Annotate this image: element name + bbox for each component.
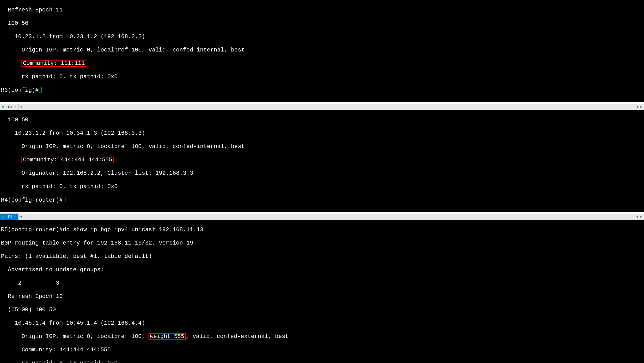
output-line: Origin IGP, metric 0, localpref 100, wei…	[1, 333, 643, 340]
prompt-text: R4(config-router)#	[1, 197, 63, 203]
community-highlight-box: Community: 444:444 444:555	[22, 156, 114, 163]
output-line: R5(config-router)#do show ip bgp ipv4 un…	[1, 226, 643, 233]
output-line: BGP routing table entry for 192.168.11.1…	[1, 240, 643, 246]
terminal-pane-r5[interactable]: R5(config-router)#do show ip bgp ipv4 un…	[0, 220, 644, 363]
output-line: rx pathid: 0, tx pathid: 0x0	[1, 74, 643, 80]
output-line: 10.45.1.4 from 10.45.1.4 (192.168.4.4)	[1, 320, 643, 326]
scroll-right-icon[interactable]: ►	[640, 104, 642, 110]
output-line: 100 50	[1, 116, 643, 123]
status-dot-icon	[2, 106, 4, 108]
output-line: Paths: (1 available, best #1, table defa…	[1, 253, 643, 260]
output-line: (65100) 100 50	[1, 306, 643, 313]
output-line: Community: 111:111	[1, 60, 643, 67]
new-tab-button[interactable]: +	[18, 104, 24, 110]
close-icon[interactable]: ×	[14, 104, 17, 110]
prompt-text: R3(config)#	[1, 87, 38, 94]
output-line: Advertised to update-groups:	[1, 266, 643, 273]
output-line: 10.23.1.2 from 10.34.1.3 (192.168.3.3)	[1, 130, 643, 136]
indent	[1, 60, 22, 66]
prompt-line[interactable]: R4(config-router)#	[1, 197, 643, 204]
indent	[1, 156, 22, 163]
output-line: Refresh Epoch 11	[1, 7, 643, 13]
tab-scroll-controls: ◄ ►	[634, 214, 644, 220]
tab-r4[interactable]: 1 R4 ×	[0, 104, 18, 110]
line-fragment: Origin IGP, metric 0, localpref 100,	[1, 333, 148, 340]
output-line: Community: 444:444 444:555	[1, 156, 643, 163]
tabbar-r4: 1 R4 × + ◄ ►	[0, 104, 644, 110]
weight-highlight-box: weight 555	[148, 333, 186, 340]
output-line: 100 50	[1, 20, 643, 27]
tab-r5[interactable]: 1 R5 ×	[0, 214, 18, 220]
output-line: Refresh Epoch 10	[1, 293, 643, 300]
new-tab-button[interactable]: +	[18, 214, 24, 220]
output-line: rx pathid: 0, tx pathid: 0x0	[1, 183, 643, 190]
terminal-cursor	[38, 87, 42, 92]
output-line: Origin IGP, metric 0, localpref 100, val…	[1, 47, 643, 54]
terminal-pane-r3[interactable]: Refresh Epoch 11 100 50 10.23.1.2 from 1…	[0, 0, 644, 102]
terminal-cursor	[63, 197, 66, 202]
output-line: rx pathid: 0, tx pathid: 0x0	[1, 360, 643, 363]
output-line: Originator: 192.168.2.2, Cluster list: 1…	[1, 170, 643, 176]
terminal-pane-r4[interactable]: 100 50 10.23.1.2 from 10.34.1.3 (192.168…	[0, 110, 644, 212]
close-icon[interactable]: ×	[14, 213, 17, 220]
output-line: 10.23.1.2 from 10.23.1.2 (192.168.2.2)	[1, 33, 643, 40]
line-fragment: , valid, confed-external, best	[186, 333, 289, 340]
scroll-left-icon[interactable]: ◄	[636, 104, 638, 110]
output-line: 2 3	[1, 280, 643, 286]
tab-label: 1 R5	[5, 213, 12, 220]
prompt-line[interactable]: R3(config)#	[1, 87, 643, 94]
scroll-right-icon[interactable]: ►	[640, 213, 642, 220]
status-dot-icon	[2, 216, 4, 218]
output-line: Community: 444:444 444:555	[1, 346, 643, 353]
community-highlight-box: Community: 111:111	[22, 60, 86, 67]
output-line: Origin IGP, metric 0, localpref 100, val…	[1, 143, 643, 150]
tab-scroll-controls: ◄ ►	[634, 104, 644, 110]
tab-label: 1 R4	[5, 104, 12, 110]
scroll-left-icon[interactable]: ◄	[636, 213, 638, 220]
tabbar-r5: 1 R5 × + ◄ ►	[0, 214, 644, 220]
